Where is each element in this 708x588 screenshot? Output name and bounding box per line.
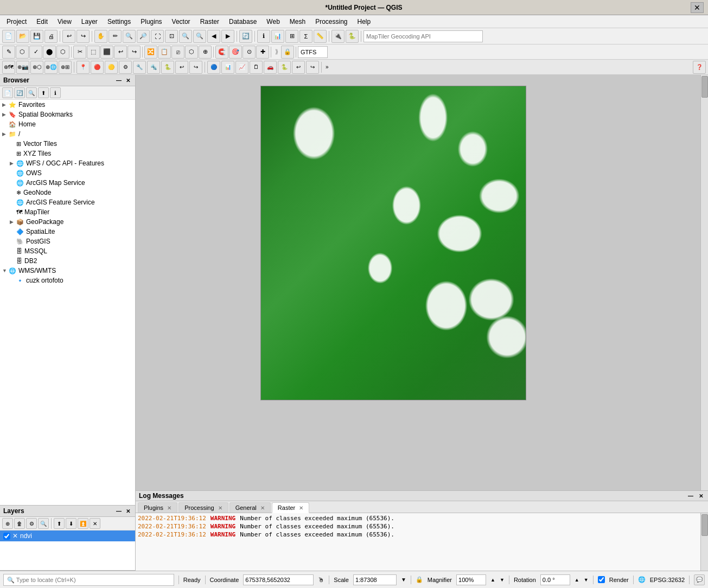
dig-button-13[interactable]: ⎚	[171, 46, 184, 59]
browser-tree-item-0[interactable]: ▶ ⭐ Favorites	[0, 100, 135, 110]
add-wms-button[interactable]: ⊕🌐	[44, 61, 58, 74]
log-scrollbar-v[interactable]	[700, 513, 708, 571]
refresh-button[interactable]: 🔄	[239, 30, 252, 43]
nav-button-7[interactable]: 🐍	[161, 61, 174, 74]
dig-button-6[interactable]: ✂	[73, 46, 86, 59]
dig-button-8[interactable]: ⬛	[100, 46, 113, 59]
coordinate-input[interactable]	[243, 574, 314, 585]
statistics-button[interactable]: Σ	[299, 30, 312, 43]
save-button[interactable]: 💾	[30, 30, 43, 43]
toolbar-lock-button[interactable]: 🔒	[281, 46, 294, 59]
dig-button-3[interactable]: ✓	[29, 46, 42, 59]
nav-button-11[interactable]: 📊	[221, 61, 234, 74]
browser-tree-item-1[interactable]: ▶ 🔖 Spatial Bookmarks	[0, 110, 135, 119]
nav-button-16[interactable]: ↩	[292, 61, 305, 74]
python-button[interactable]: 🐍	[346, 30, 359, 43]
browser-tree-item-15[interactable]: 🗄 MSSQL	[0, 246, 135, 256]
browser-tree-item-9[interactable]: ❄ GeoNode	[0, 188, 135, 197]
menu-settings[interactable]: Settings	[103, 17, 135, 27]
zoom-layer-button[interactable]: ⊡	[165, 30, 178, 43]
dig-button-7[interactable]: ⬚	[87, 46, 100, 59]
menu-mesh[interactable]: Mesh	[285, 17, 310, 27]
dig-button-10[interactable]: ↪	[127, 46, 141, 59]
browser-tree-item-8[interactable]: 🌐 ArcGIS Map Service	[0, 178, 135, 188]
browser-tree-item-11[interactable]: 🗺 MapTiler	[0, 207, 135, 217]
dig-button-15[interactable]: ⊕	[199, 46, 212, 59]
layers-minimize-icon[interactable]: —	[114, 508, 123, 515]
redo-button[interactable]: ↪	[76, 30, 90, 43]
log-tab-general-close[interactable]: ✕	[260, 505, 265, 511]
zoom-full-button[interactable]: ⛶	[151, 30, 164, 43]
pan-to-selection-button[interactable]: ✏	[109, 30, 122, 43]
magnifier-down-icon[interactable]: ▼	[500, 577, 505, 583]
browser-refresh-button[interactable]: 🔄	[14, 87, 25, 98]
pan-button[interactable]: ✋	[94, 30, 107, 43]
nav-button-1[interactable]: 📍	[76, 61, 90, 74]
browser-tree-item-18[interactable]: 🔹 cuzk ortofoto	[0, 276, 135, 285]
layer-remove2-button[interactable]: ✕	[90, 518, 100, 529]
zoom-prev-button[interactable]: ◀	[207, 30, 220, 43]
browser-filter-button[interactable]: 🔍	[26, 87, 37, 98]
log-tab-plugins[interactable]: Plugins ✕	[138, 502, 177, 513]
menu-view[interactable]: View	[53, 17, 76, 27]
rotation-input[interactable]	[540, 574, 570, 585]
dig-button-9[interactable]: ↩	[114, 46, 127, 59]
nav-button-15[interactable]: 🐍	[278, 61, 291, 74]
nav-button-6[interactable]: 🔩	[147, 61, 160, 74]
layer-ndvi-checkbox[interactable]	[3, 533, 10, 540]
messages-button[interactable]: 💬	[694, 574, 705, 585]
save-as-button[interactable]: 🖨	[44, 30, 58, 43]
zoom-in-button[interactable]: 🔍	[123, 30, 136, 43]
browser-tree-item-7[interactable]: 🌐 OWS	[0, 168, 135, 178]
browser-properties-button[interactable]: ℹ	[50, 87, 61, 98]
layer-properties-button[interactable]: ⚙	[26, 518, 37, 529]
dig-button-12[interactable]: 📋	[158, 46, 171, 59]
browser-tree-item-17[interactable]: ▼ 🌐 WMS/WMTS	[0, 266, 135, 276]
plugins-button[interactable]: 🔌	[331, 30, 345, 43]
scale-arrow-icon[interactable]: ▼	[401, 577, 406, 583]
nav-button-12[interactable]: 📈	[235, 61, 248, 74]
map-scrollbar-thumb-v[interactable]	[701, 76, 708, 98]
dig-button-1[interactable]: ✎	[2, 46, 15, 59]
dig-button-11[interactable]: 🔀	[144, 46, 157, 59]
select-button[interactable]: 📊	[271, 30, 284, 43]
magnifier-up-icon[interactable]: ▲	[490, 577, 495, 583]
nav-button-3[interactable]: 🟡	[105, 61, 118, 74]
browser-tree-item-12[interactable]: ▶ 📦 GeoPackage	[0, 217, 135, 227]
add-layer-toolbar-button[interactable]: ⊕	[2, 518, 13, 529]
add-vector-button[interactable]: ⊕⬡	[30, 61, 43, 74]
add-layer-button[interactable]: ⊕🗺	[2, 61, 15, 74]
rotation-up-icon[interactable]: ▲	[575, 577, 579, 583]
browser-tree-item-5[interactable]: ⊞ XYZ Tiles	[0, 149, 135, 158]
zoom-next-button[interactable]: ▶	[221, 30, 234, 43]
menu-layer[interactable]: Layer	[77, 17, 102, 27]
layer-down-button[interactable]: ⬇	[66, 518, 76, 529]
magnifier-input[interactable]	[456, 574, 486, 585]
layer-up-button[interactable]: ⬆	[54, 518, 65, 529]
rotation-down-icon[interactable]: ▼	[584, 577, 589, 583]
add-raster-button[interactable]: ⊕📷	[16, 61, 29, 74]
geocoding-input[interactable]	[363, 30, 483, 42]
browser-tree-item-10[interactable]: 🌐 ArcGIS Feature Service	[0, 197, 135, 207]
layer-ndvi[interactable]: ✕ ndvi	[0, 531, 135, 541]
layer-filter-button[interactable]: 🔍	[38, 518, 49, 529]
menu-processing[interactable]: Processing	[311, 17, 352, 27]
log-tab-processing[interactable]: Processing ✕	[178, 502, 228, 513]
browser-tree-item-16[interactable]: 🗄 DB2	[0, 256, 135, 266]
browser-tree-item-2[interactable]: 🏠 Home	[0, 119, 135, 129]
browser-tree-item-4[interactable]: ⊞ Vector Tiles	[0, 139, 135, 149]
scale-input[interactable]	[353, 574, 397, 585]
snap2-button[interactable]: 🎯	[229, 46, 242, 59]
map-canvas[interactable]	[136, 75, 708, 490]
nav-button-2[interactable]: 🔴	[91, 61, 104, 74]
undo-button[interactable]: ↩	[62, 30, 75, 43]
menu-vector[interactable]: Vector	[168, 17, 195, 27]
log-tab-raster-close[interactable]: ✕	[299, 505, 303, 511]
dig-button-4[interactable]: ⬤	[43, 46, 56, 59]
dig-button-2[interactable]: ⬡	[16, 46, 29, 59]
nav-help-button[interactable]: ❓	[693, 61, 706, 74]
log-tab-raster[interactable]: Raster ✕	[272, 502, 309, 513]
snap-button[interactable]: 🧲	[215, 46, 228, 59]
epsg-label[interactable]: EPSG:32632	[650, 577, 685, 583]
nav-button-8[interactable]: ↩	[175, 61, 188, 74]
